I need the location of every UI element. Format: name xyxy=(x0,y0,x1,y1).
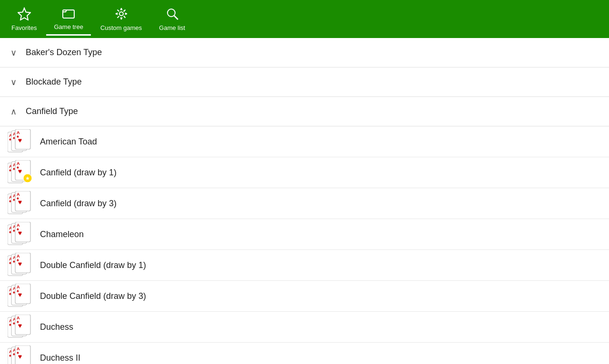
content-area: ∨Baker's Dozen Type∨Blockade Type∧Canfie… xyxy=(0,38,609,364)
svg-text:♥: ♥ xyxy=(18,322,22,329)
svg-marker-0 xyxy=(18,8,30,20)
card-icon-chameleon: A ♠ A ♠ A ♠ ♥ xyxy=(8,222,34,247)
game-label-double-canfield-1: Double Canfield (draw by 1) xyxy=(40,260,146,270)
card-icon-duchess: A ♠ A ♠ A ♠ ♥ xyxy=(8,315,34,339)
chevron-bakers-dozen: ∨ xyxy=(8,48,19,58)
svg-text:♠: ♠ xyxy=(9,199,11,203)
category-label-blockade: Blockade Type xyxy=(26,77,82,87)
svg-rect-1 xyxy=(63,10,74,18)
svg-text:♠: ♠ xyxy=(13,290,15,295)
game-row-double-canfield-3[interactable]: A ♠ A ♠ A ♠ ♥ Double Canfield (draw by 3… xyxy=(0,281,609,312)
nav-item-custom-games[interactable]: Custom games xyxy=(93,3,149,35)
svg-text:♠: ♠ xyxy=(9,322,11,327)
card-icon-canfield-3: A ♠ A ♠ A ♠ ♥ xyxy=(8,191,34,216)
svg-text:♥: ♥ xyxy=(18,136,22,144)
game-row-duchess-ii[interactable]: A ♠ A ♠ A ♠ ♥ Duchess II xyxy=(0,343,609,364)
custom-games-label: Custom games xyxy=(100,24,142,31)
custom-games-icon xyxy=(115,7,128,22)
game-list-label: Game list xyxy=(159,24,185,31)
favorites-icon xyxy=(18,7,31,22)
chevron-canfield: ∧ xyxy=(8,106,19,117)
svg-text:♠: ♠ xyxy=(9,137,11,142)
svg-text:♠: ♠ xyxy=(13,228,15,233)
card-icon-double-canfield-1: A ♠ A ♠ A ♠ ♥ xyxy=(8,253,34,278)
game-list-icon xyxy=(166,7,179,22)
game-label-duchess-ii: Duchess II xyxy=(40,353,80,363)
game-label-american-toad: American Toad xyxy=(40,137,97,147)
svg-text:♥: ♥ xyxy=(18,260,22,268)
card-icon-double-canfield-3: A ♠ A ♠ A ♠ ♥ xyxy=(8,284,34,308)
svg-line-4 xyxy=(174,16,178,19)
svg-text:♥: ♥ xyxy=(18,291,22,298)
svg-text:♠: ♠ xyxy=(9,230,11,234)
game-tree-icon xyxy=(62,6,75,21)
game-row-double-canfield-1[interactable]: A ♠ A ♠ A ♠ ♥ Double Canfield (draw by 1… xyxy=(0,250,609,281)
card-icon-american-toad: A ♠ A ♠ A ♠ ♥ xyxy=(8,129,34,154)
game-label-double-canfield-3: Double Canfield (draw by 3) xyxy=(40,291,146,301)
nav-item-favorites[interactable]: Favorites xyxy=(4,3,44,35)
nav-item-game-list[interactable]: Game list xyxy=(151,3,193,35)
svg-text:♠: ♠ xyxy=(13,135,15,140)
game-row-canfield-3[interactable]: A ♠ A ♠ A ♠ ♥ Canfield (draw by 3) xyxy=(0,188,609,219)
category-row-canfield[interactable]: ∧Canfield Type xyxy=(0,97,609,126)
svg-text:♠: ♠ xyxy=(13,352,15,356)
game-row-duchess[interactable]: A ♠ A ♠ A ♠ ♥ Duchess xyxy=(0,312,609,343)
svg-text:♠: ♠ xyxy=(9,291,11,296)
svg-text:♠: ♠ xyxy=(13,259,15,264)
svg-text:♥: ♥ xyxy=(18,198,22,206)
game-label-canfield-3: Canfield (draw by 3) xyxy=(40,199,117,209)
game-row-chameleon[interactable]: A ♠ A ♠ A ♠ ♥ Chameleon xyxy=(0,219,609,250)
category-label-bakers-dozen: Baker's Dozen Type xyxy=(26,48,102,57)
category-row-blockade[interactable]: ∨Blockade Type xyxy=(0,67,609,97)
svg-text:♠: ♠ xyxy=(13,166,15,171)
svg-text:♥: ♥ xyxy=(18,167,22,175)
category-label-canfield: Canfield Type xyxy=(26,106,78,116)
favorites-label: Favorites xyxy=(11,24,37,31)
game-tree-label: Game tree xyxy=(54,23,83,30)
card-icon-duchess-ii: A ♠ A ♠ A ♠ ♥ xyxy=(8,345,34,364)
card-icon-canfield-1: A ♠ A ♠ A ♠ ♥ ★ xyxy=(8,160,34,185)
svg-text:★: ★ xyxy=(25,175,30,181)
category-row-bakers-dozen[interactable]: ∨Baker's Dozen Type xyxy=(0,38,609,67)
svg-text:♥: ♥ xyxy=(18,353,22,360)
svg-text:♥: ♥ xyxy=(18,229,22,237)
svg-text:♠: ♠ xyxy=(9,353,11,358)
svg-text:♠: ♠ xyxy=(9,168,11,172)
svg-point-3 xyxy=(167,9,175,17)
svg-text:♠: ♠ xyxy=(13,321,15,326)
game-row-american-toad[interactable]: A ♠ A ♠ A ♠ ♥ American Toad xyxy=(0,126,609,157)
game-label-duchess: Duchess xyxy=(40,322,73,332)
game-row-canfield-1[interactable]: A ♠ A ♠ A ♠ ♥ ★ Canfield (draw by 1) xyxy=(0,157,609,188)
game-label-canfield-1: Canfield (draw by 1) xyxy=(40,168,117,178)
nav-item-game-tree[interactable]: Game tree xyxy=(46,2,90,36)
svg-text:♠: ♠ xyxy=(13,197,15,202)
svg-point-2 xyxy=(119,12,123,16)
svg-text:♠: ♠ xyxy=(9,260,11,265)
chevron-blockade: ∨ xyxy=(8,77,19,87)
game-label-chameleon: Chameleon xyxy=(40,230,84,239)
header: Favorites Game tree Custom games Game li… xyxy=(0,0,609,38)
